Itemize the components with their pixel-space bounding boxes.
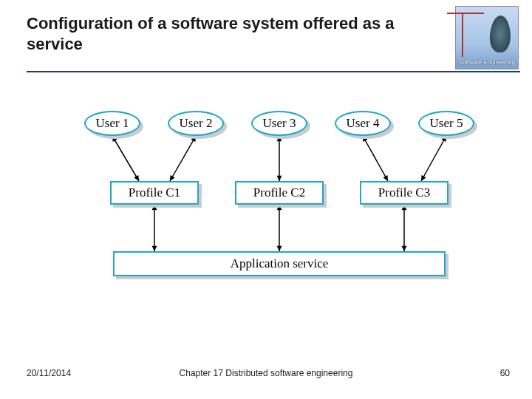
profile-node-3: Profile C3: [360, 181, 449, 205]
user-node-2: User 2: [168, 111, 224, 136]
profile-node-1: Profile C1: [110, 181, 199, 205]
svg-line-3: [170, 136, 196, 181]
user-node-4: User 4: [335, 111, 391, 136]
book-cover-label: Software Engineering: [456, 59, 518, 66]
user-node-3: User 3: [251, 111, 307, 136]
user-node-5: User 5: [418, 111, 474, 136]
book-cover-thumbnail: Software Engineering: [455, 6, 519, 69]
svg-line-0: [112, 136, 139, 181]
profile-node-2: Profile C2: [235, 181, 324, 205]
svg-marker-22: [402, 246, 407, 251]
application-service-node: Application service: [113, 251, 446, 276]
user-node-1: User 1: [84, 111, 140, 136]
diagram-canvas: User 1User 2User 3User 4User 5Profile C1…: [0, 96, 532, 332]
page-title: Configuration of a software system offer…: [27, 13, 443, 54]
svg-line-12: [421, 136, 446, 181]
svg-marker-16: [152, 246, 157, 251]
svg-line-9: [363, 136, 388, 181]
header-rule: [27, 71, 520, 72]
footer-page-number: 60: [500, 368, 510, 378]
footer-chapter: Chapter 17 Distributed software engineer…: [0, 368, 532, 378]
svg-marker-19: [277, 246, 282, 251]
svg-marker-7: [277, 176, 282, 181]
